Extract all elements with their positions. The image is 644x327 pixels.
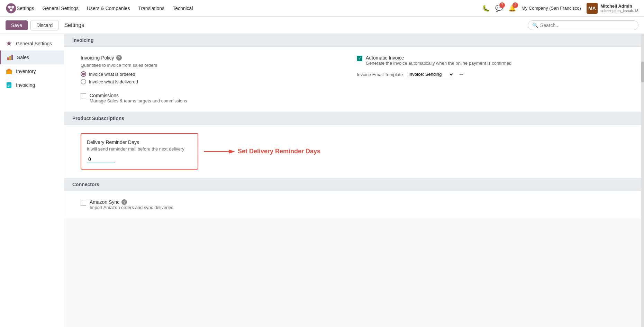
- search-box: 🔍: [528, 20, 638, 30]
- toolbar: Save Discard Settings 🔍: [0, 17, 644, 34]
- odoo-logo[interactable]: [6, 3, 17, 14]
- sidebar-label-general: General Settings: [16, 41, 52, 46]
- email-template-select[interactable]: Invoice: Sending: [406, 71, 454, 78]
- inventory-icon: [6, 68, 12, 75]
- annotation-arrow: Set Delivery Reminder Days: [204, 148, 320, 155]
- svg-rect-11: [8, 84, 10, 84]
- sidebar-item-invoicing[interactable]: Invoicing: [0, 78, 64, 92]
- svg-rect-7: [11, 55, 13, 60]
- automatic-invoice-checkbox[interactable]: [357, 56, 362, 61]
- avatar: MA: [587, 3, 598, 14]
- sidebar-item-inventory[interactable]: Inventory: [0, 64, 64, 78]
- nav-menu: Settings General Settings Users & Compan…: [17, 4, 482, 12]
- invoice-ordered-option[interactable]: Invoice what is ordered: [81, 71, 348, 77]
- automatic-invoice-item: Automatic Invoice Generate the invoice a…: [357, 55, 625, 84]
- invoicing-section-header: Invoicing: [64, 34, 641, 47]
- nav-translations[interactable]: Translations: [138, 4, 164, 12]
- scrollbar-track[interactable]: [641, 34, 644, 327]
- search-icon: 🔍: [532, 22, 538, 28]
- amazon-sync-text: Amazon Sync ? Import Amazon orders and s…: [90, 199, 173, 210]
- sidebar-item-general[interactable]: General Settings: [0, 37, 64, 51]
- messages-badge: 7: [499, 2, 505, 8]
- delivery-reminder-desc: It will send reminder mail before the ne…: [87, 146, 192, 152]
- invoicing-section: Invoicing Invoicing Policy ? Quantities …: [64, 34, 641, 112]
- connectors-header: Connectors: [64, 178, 641, 191]
- svg-marker-9: [6, 69, 12, 71]
- messages-icon-button[interactable]: 💬 7: [495, 4, 503, 12]
- svg-rect-5: [7, 57, 9, 60]
- nav-settings[interactable]: Settings: [17, 4, 34, 12]
- general-settings-icon: [6, 40, 12, 47]
- nav-technical[interactable]: Technical: [173, 4, 193, 12]
- connectors-section: Connectors Amazon Sync ? Import Amazon o…: [64, 178, 641, 218]
- sidebar: General Settings Sales Inventory: [0, 34, 64, 327]
- invoice-delivered-option[interactable]: Invoice what is delivered: [81, 79, 348, 84]
- commissions-checkbox[interactable]: [81, 93, 86, 99]
- page-title: Settings: [64, 22, 84, 28]
- main-layout: General Settings Sales Inventory: [0, 34, 644, 327]
- annotation-text: Set Delivery Reminder Days: [238, 148, 320, 155]
- delivery-reminder-label: Delivery Reminder Days: [87, 139, 192, 145]
- invoicing-policy-help[interactable]: ?: [116, 55, 122, 61]
- svg-rect-6: [9, 56, 11, 60]
- invoice-ordered-radio[interactable]: [81, 71, 86, 77]
- discard-button[interactable]: Discard: [30, 20, 58, 30]
- delivery-reminder-wrapper: Delivery Reminder Days It will send remi…: [81, 133, 625, 170]
- automatic-invoice-desc: Generate the invoice automatically when …: [366, 61, 511, 66]
- email-template-link[interactable]: →: [458, 71, 464, 78]
- sales-icon: [7, 54, 13, 61]
- commissions-label: Commissions: [90, 93, 187, 98]
- user-details: Mitchell Admin subscription_kanak-18: [600, 3, 638, 13]
- user-subtitle: subscription_kanak-18: [600, 9, 638, 13]
- invoicing-icon: [6, 82, 12, 89]
- top-navigation: Settings General Settings Users & Compan…: [0, 0, 644, 17]
- save-button[interactable]: Save: [6, 20, 28, 30]
- top-right-area: 🐛 💬 7 🔔 2 My Company (San Francisco) MA …: [482, 3, 638, 14]
- automatic-invoice-label: Automatic Invoice: [366, 55, 511, 61]
- activity-badge: 2: [513, 2, 518, 8]
- invoice-delivered-label: Invoice what is delivered: [89, 79, 138, 84]
- user-name: Mitchell Admin: [600, 3, 638, 9]
- svg-point-3: [10, 8, 12, 11]
- amazon-sync-help[interactable]: ?: [121, 199, 127, 205]
- invoice-delivered-radio[interactable]: [81, 79, 86, 84]
- delivery-reminder-box: Delivery Reminder Days It will send remi…: [81, 133, 198, 170]
- sidebar-label-sales: Sales: [17, 55, 29, 60]
- search-input[interactable]: [540, 22, 634, 28]
- amazon-sync-row: Amazon Sync ? Import Amazon orders and s…: [81, 199, 625, 210]
- activity-icon-button[interactable]: 🔔 2: [508, 4, 516, 12]
- email-template-label: Invoice Email Template: [357, 72, 403, 77]
- svg-point-1: [8, 6, 11, 8]
- nav-users-companies[interactable]: Users & Companies: [87, 4, 130, 12]
- user-menu[interactable]: MA Mitchell Admin subscription_kanak-18: [587, 3, 638, 14]
- svg-point-0: [6, 3, 16, 13]
- main-content: Invoicing Invoicing Policy ? Quantities …: [64, 34, 641, 327]
- svg-rect-8: [6, 71, 12, 74]
- delivery-input-row: [87, 156, 192, 163]
- invoicing-settings-grid: Invoicing Policy ? Quantities to invoice…: [81, 55, 625, 84]
- company-name[interactable]: My Company (San Francisco): [521, 6, 581, 11]
- amazon-sync-label: Amazon Sync ?: [90, 199, 173, 205]
- product-subscriptions-section: Product Subscriptions Delivery Reminder …: [64, 112, 641, 178]
- svg-rect-13: [8, 86, 9, 87]
- nav-general-settings[interactable]: General Settings: [43, 4, 79, 12]
- sidebar-label-invoicing: Invoicing: [16, 82, 35, 88]
- invoicing-section-body: Invoicing Policy ? Quantities to invoice…: [64, 47, 641, 112]
- amazon-sync-desc: Import Amazon orders and sync deliveries: [90, 205, 173, 210]
- email-template-row: Invoice Email Template Invoice: Sending …: [357, 71, 625, 78]
- scrollbar-thumb[interactable]: [641, 62, 644, 82]
- amazon-sync-checkbox[interactable]: [81, 200, 86, 206]
- delivery-days-input[interactable]: [87, 156, 115, 163]
- invoicing-policy-radio-group: Invoice what is ordered Invoice what is …: [81, 71, 348, 84]
- product-subscriptions-body: Delivery Reminder Days It will send remi…: [64, 125, 641, 178]
- automatic-invoice-checkbox-row: Automatic Invoice Generate the invoice a…: [357, 55, 625, 66]
- invoice-ordered-label: Invoice what is ordered: [89, 72, 135, 77]
- svg-rect-12: [8, 85, 10, 86]
- automatic-invoice-text: Automatic Invoice Generate the invoice a…: [366, 55, 511, 66]
- sidebar-item-sales[interactable]: Sales: [0, 51, 64, 64]
- bug-icon-button[interactable]: 🐛: [482, 4, 490, 12]
- invoicing-policy-label: Invoicing Policy ?: [81, 55, 348, 61]
- commissions-desc: Manage Sales & teams targets and commiss…: [90, 98, 187, 103]
- sidebar-label-inventory: Inventory: [16, 69, 36, 74]
- svg-point-2: [11, 6, 14, 8]
